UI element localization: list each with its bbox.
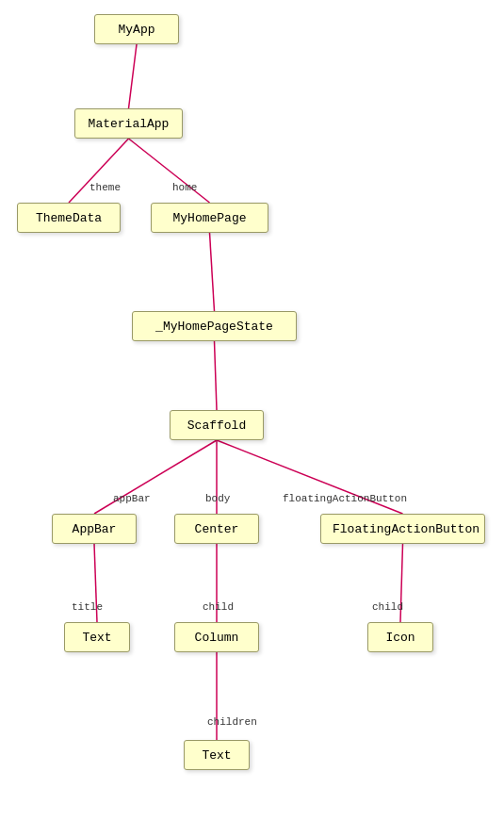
edge-label-title: title [72,601,103,613]
node-scaffold: Scaffold [170,410,264,440]
node-themedata: ThemeData [17,203,121,233]
node-myapp: MyApp [94,14,179,44]
node-materialapp: MaterialApp [74,108,183,139]
edge-label-child: child [372,601,403,613]
edge-label-home: home [172,182,197,193]
node-myhomepagestate: _MyHomePageState [132,311,297,341]
node-column: Column [174,622,259,652]
edge-label-children: children [207,716,257,728]
edge-label-appBar: appBar [113,493,151,504]
edge-label-body: body [205,493,230,504]
edge-label-theme: theme [89,182,121,193]
node-text_appbar: Text [64,622,130,652]
svg-line-2 [129,139,210,203]
node-text_column: Text [184,740,250,770]
svg-line-3 [210,233,215,311]
node-myhomepage: MyHomePage [151,203,268,233]
svg-line-4 [215,341,218,410]
diagram-container: MyAppMaterialAppThemeDataMyHomePage_MyHo… [0,0,504,821]
node-appbar: AppBar [52,514,137,544]
svg-line-0 [129,44,138,108]
node-icon: Icon [367,622,433,652]
node-floatingactionbutton: FloatingActionButton [320,514,485,544]
node-center: Center [174,514,259,544]
edge-label-floatingActionButton: floatingActionButton [283,493,407,504]
edge-label-child: child [203,601,234,613]
